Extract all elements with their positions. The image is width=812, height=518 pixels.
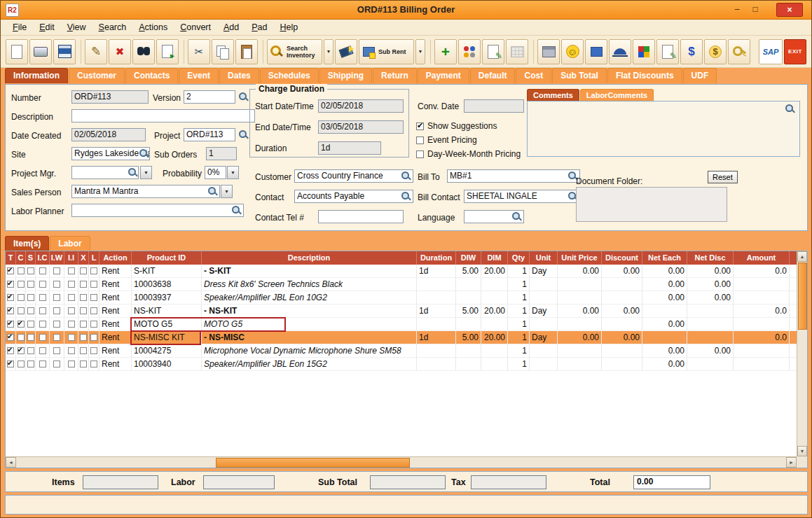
cell-discount[interactable] xyxy=(602,291,642,304)
cell-dim[interactable]: 20.00 xyxy=(481,304,508,317)
cell-unit-price[interactable] xyxy=(558,291,602,304)
column-header-discount[interactable]: Discount xyxy=(602,251,642,265)
labor-planner-field[interactable] xyxy=(71,204,244,217)
toolbar-option-circles-button[interactable] xyxy=(458,39,481,64)
sales-person-dropdown[interactable]: ▼ xyxy=(221,185,233,198)
cell-diw[interactable] xyxy=(456,278,481,290)
column-header-s[interactable]: S xyxy=(26,251,36,265)
items-total-field[interactable] xyxy=(83,475,158,489)
cell-unit-price[interactable] xyxy=(558,278,602,290)
row-checkbox[interactable] xyxy=(80,267,87,274)
document-folder-box[interactable] xyxy=(576,187,727,222)
start-date-field[interactable]: 02/05/2018 xyxy=(318,99,404,113)
cell-net-disc[interactable]: 0.00 xyxy=(687,278,734,290)
column-header-unit-price[interactable]: Unit Price xyxy=(558,251,602,265)
table-row[interactable]: RentNS-KIT- NS-KIT1d5.0020.001Day0.000.0… xyxy=(6,304,797,318)
row-checkbox[interactable] xyxy=(39,321,46,328)
row-checkbox[interactable] xyxy=(90,347,97,354)
row-checkbox[interactable] xyxy=(39,267,46,274)
menu-pad[interactable]: Pad xyxy=(245,20,273,36)
row-checkbox[interactable] xyxy=(39,347,46,354)
toolbar-fax-machine-button[interactable] xyxy=(537,39,560,64)
cell-action[interactable]: Rent xyxy=(99,304,132,317)
maximize-button[interactable]: □ xyxy=(747,3,764,17)
tab-flat-discounts[interactable]: Flat Discounts xyxy=(607,68,682,83)
cell-diw[interactable]: 5.00 xyxy=(456,331,481,344)
row-checkbox[interactable] xyxy=(18,294,25,301)
toolbar-write-note-button[interactable] xyxy=(656,39,679,64)
cell-product-id[interactable]: MOTO G5 xyxy=(132,318,202,330)
cell-action[interactable]: Rent xyxy=(99,358,132,370)
row-checkbox[interactable] xyxy=(7,334,14,341)
date-created-field[interactable]: 02/05/2018 xyxy=(71,128,146,141)
table-row[interactable]: Rent10003940Speaker/Amplifier JBL Eon 15… xyxy=(6,358,797,371)
cell-discount[interactable] xyxy=(602,358,642,370)
cell-discount[interactable] xyxy=(602,278,642,290)
cell-qty[interactable]: 1 xyxy=(508,331,530,344)
cell-qty[interactable]: 1 xyxy=(508,265,530,277)
tax-field[interactable] xyxy=(471,475,546,489)
row-checkbox[interactable] xyxy=(39,307,46,314)
tab-information[interactable]: Information xyxy=(5,68,68,83)
tab-return[interactable]: Return xyxy=(373,68,417,83)
row-checkbox[interactable] xyxy=(90,307,97,314)
tab-comments-comments[interactable]: Comments xyxy=(527,89,579,101)
cell-unit[interactable]: Day xyxy=(530,265,558,277)
row-checkbox[interactable] xyxy=(90,321,97,328)
cell-amount[interactable]: 0.0 xyxy=(734,304,790,317)
cell-action[interactable]: Rent xyxy=(99,331,132,344)
menu-file[interactable]: File xyxy=(6,20,33,36)
row-checkbox[interactable] xyxy=(39,334,46,341)
toolbar-grid-disabled-button[interactable] xyxy=(506,39,528,64)
row-checkbox[interactable] xyxy=(27,334,34,341)
row-checkbox[interactable] xyxy=(53,321,60,328)
cell-product-id[interactable]: NS-MISC KIT xyxy=(132,331,202,344)
cell-unit-price[interactable] xyxy=(558,318,602,330)
cell-unit[interactable] xyxy=(530,318,558,330)
toolbar-delete-button[interactable]: ✖ xyxy=(109,39,131,64)
probability-field[interactable]: 0% xyxy=(205,166,226,179)
cell-amount[interactable] xyxy=(734,318,790,330)
row-checkbox[interactable] xyxy=(27,294,34,301)
cell-amount[interactable]: 0.0 xyxy=(734,331,790,344)
column-header-net-each[interactable]: Net Each xyxy=(642,251,687,265)
column-header-x[interactable]: X xyxy=(78,251,89,265)
close-button[interactable]: × xyxy=(776,3,803,17)
tab-schedules[interactable]: Schedules xyxy=(260,68,319,83)
event-pricing-checkbox[interactable]: Event Pricing xyxy=(416,135,477,146)
scroll-left-arrow[interactable]: ◄ xyxy=(6,457,16,468)
tab-cost[interactable]: Cost xyxy=(516,68,551,83)
row-checkbox[interactable] xyxy=(39,294,46,301)
cell-action[interactable]: Rent xyxy=(99,278,132,290)
cell-qty[interactable]: 1 xyxy=(508,358,530,370)
vertical-scroll-thumb[interactable] xyxy=(798,262,807,330)
version-lookup-icon[interactable] xyxy=(238,92,249,102)
column-header-unit[interactable]: Unit xyxy=(530,251,558,265)
menu-add[interactable]: Add xyxy=(217,20,245,36)
cell-action[interactable]: Rent xyxy=(99,265,132,277)
row-checkbox[interactable] xyxy=(53,294,60,301)
bill-contact-field[interactable]: SHEETAL INGALE xyxy=(464,190,580,203)
cell-description[interactable]: Speaker/Amplifier JBL Eon 10G2 xyxy=(202,291,417,304)
toolbar-hat-button[interactable] xyxy=(609,39,631,64)
cell-product-id[interactable]: 10003937 xyxy=(132,291,202,304)
table-row[interactable]: RentS-KIT- S-KIT1d5.0020.001Day0.000.000… xyxy=(6,265,797,278)
column-header-ic[interactable]: I.C xyxy=(36,251,50,265)
toolbar-search-inventory-dropdown-button[interactable]: ▼ xyxy=(324,39,333,64)
cell-duration[interactable] xyxy=(417,291,456,304)
cell-unit[interactable] xyxy=(530,358,558,370)
row-checkbox[interactable] xyxy=(53,347,60,354)
cell-diw[interactable] xyxy=(456,291,481,304)
show-suggestions-checkbox[interactable]: Show Suggestions xyxy=(416,121,497,132)
toolbar-paste-button[interactable] xyxy=(235,39,258,64)
toolbar-sub-rent-dropdown-button[interactable]: ▼ xyxy=(415,39,425,64)
cell-duration[interactable]: 1d xyxy=(417,304,456,317)
cell-discount[interactable] xyxy=(602,318,642,330)
row-checkbox[interactable] xyxy=(7,360,14,368)
menu-search[interactable]: Search xyxy=(92,20,133,36)
cell-description[interactable]: - NS-KIT xyxy=(202,304,417,317)
project-field[interactable]: ORD#113 xyxy=(184,128,235,141)
comments-lookup-icon[interactable] xyxy=(785,104,795,114)
cell-description[interactable]: - NS-MISC xyxy=(202,331,417,344)
cell-diw[interactable] xyxy=(456,344,481,357)
